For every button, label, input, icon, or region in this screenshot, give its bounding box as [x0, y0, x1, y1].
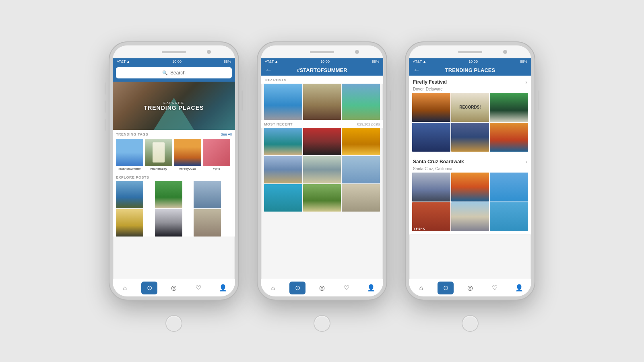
camera-icon-1: ◎: [171, 284, 177, 292]
boardwalk-photo-2[interactable]: [490, 173, 528, 202]
top-post-0[interactable]: [264, 84, 302, 120]
nav-search-2[interactable]: ⊙: [289, 282, 305, 294]
nav-heart-1[interactable]: ♡: [190, 282, 206, 294]
firefly-photo-3[interactable]: [412, 123, 450, 152]
boardwalk-photo-5[interactable]: [490, 202, 528, 231]
recent-4[interactable]: [303, 156, 341, 183]
heart-icon-2: ♡: [344, 284, 349, 292]
camera-2: [355, 50, 359, 54]
heart-icon-1: ♡: [196, 284, 201, 292]
nav-person-3[interactable]: 👤: [511, 282, 527, 294]
top-post-2[interactable]: [342, 84, 380, 120]
nav-search-1[interactable]: ⊙: [141, 282, 157, 294]
phones-container: AT&T ▲ 10:00 88% 🔍 Search: [109, 42, 535, 320]
tag-item-3[interactable]: #prid: [203, 139, 230, 171]
bottom-nav-3: ⌂ ⊙ ◎ ♡ 👤: [409, 279, 531, 296]
firefly-photo-5[interactable]: [490, 123, 528, 152]
firefly-photo-1[interactable]: RECORDS!: [451, 93, 489, 122]
search-bar-1[interactable]: 🔍 Search: [113, 65, 235, 82]
phone-1: AT&T ▲ 10:00 88% 🔍 Search: [109, 42, 238, 300]
home-icon-1: ⌂: [123, 284, 127, 292]
vol-up-3: [401, 82, 402, 95]
power-button-2: [390, 90, 391, 111]
camera-icon-3: ◎: [467, 284, 473, 292]
home-button-2[interactable]: [314, 315, 330, 332]
nav-person-2[interactable]: 👤: [363, 282, 379, 294]
nav-home-3[interactable]: ⌂: [413, 282, 429, 294]
heart-icon-3: ♡: [492, 284, 497, 292]
recent-2[interactable]: [342, 128, 380, 155]
boardwalk-photo-4[interactable]: [451, 202, 489, 231]
silent-3: [401, 119, 402, 131]
recent-8[interactable]: [342, 184, 380, 212]
search-icon-nav-1: ⊙: [147, 284, 152, 292]
place-name-0: Firefly Festival: [413, 79, 447, 85]
hero-title: TRENDING PLACES: [144, 105, 204, 111]
nav-home-2[interactable]: ⌂: [265, 282, 281, 294]
tag-item-2[interactable]: #firefly2015: [174, 139, 201, 171]
post-5[interactable]: [194, 209, 221, 237]
place-name-1: Santa Cruz Boardwalk: [413, 159, 464, 165]
recent-1[interactable]: [303, 128, 341, 155]
tag-item-0[interactable]: #startofsummer: [116, 139, 143, 171]
nav-heart-2[interactable]: ♡: [339, 282, 355, 294]
place-santacruz[interactable]: Santa Cruz Boardwalk › Santa Cruz, Calif…: [409, 155, 531, 235]
wifi-icon-1: ▲: [126, 60, 130, 64]
place-firefly[interactable]: Firefly Festival › Dover, Delaware RECOR…: [409, 76, 531, 155]
nav-search-3[interactable]: ⊙: [438, 282, 454, 294]
phone-1-content: EXPLORE TRENDING PLACES TRENDING TAGS Se…: [113, 82, 235, 279]
nav-camera-3[interactable]: ◎: [462, 282, 478, 294]
recent-6[interactable]: [264, 184, 302, 212]
see-all-link[interactable]: See All: [221, 132, 232, 136]
nav-heart-3[interactable]: ♡: [487, 282, 503, 294]
post-0[interactable]: [116, 181, 143, 208]
home-button-1[interactable]: [165, 315, 182, 332]
recent-7[interactable]: [303, 184, 341, 212]
boardwalk-photo-0[interactable]: [412, 173, 450, 202]
recent-0[interactable]: [264, 128, 302, 155]
person-icon-1: 👤: [219, 284, 227, 292]
boardwalk-photo-3[interactable]: Y FISH C: [412, 202, 450, 231]
home-button-3[interactable]: [462, 315, 479, 332]
nav-camera-1[interactable]: ◎: [166, 282, 182, 294]
recent-5[interactable]: [342, 156, 380, 183]
phone-3: AT&T ▲ 10:00 88% ← TRENDING PLACES Firef…: [406, 42, 535, 300]
vol-down-1: [105, 101, 106, 113]
top-posts-header: TOP POSTS: [261, 76, 383, 84]
nav-home-1[interactable]: ⌂: [117, 282, 133, 294]
battery-1: 88%: [224, 60, 231, 64]
tag-item-1[interactable]: #fathersday: [145, 139, 172, 171]
status-bar-3: AT&T ▲ 10:00 88%: [409, 58, 531, 65]
back-button-2[interactable]: ←: [265, 66, 272, 74]
nav-title-2: #STARTOFSUMMER: [297, 67, 347, 73]
firefly-photo-4[interactable]: [451, 123, 489, 152]
firefly-photo-2[interactable]: [490, 93, 528, 122]
post-2[interactable]: [194, 181, 221, 208]
boardwalk-photo-1[interactable]: [451, 173, 489, 202]
hero-explore-label: EXPLORE: [144, 101, 204, 105]
back-button-3[interactable]: ←: [413, 66, 420, 74]
recent-3[interactable]: [264, 156, 302, 183]
post-4[interactable]: [155, 209, 182, 237]
post-3[interactable]: [116, 209, 143, 237]
top-posts-grid: [261, 84, 383, 120]
search-icon-nav-2: ⊙: [295, 284, 300, 292]
top-post-1[interactable]: [303, 84, 341, 120]
post-1[interactable]: [155, 181, 182, 208]
tag-name-3: #prid: [213, 167, 220, 171]
vol-down-3: [401, 101, 402, 113]
tag-thumb-3: [203, 139, 230, 166]
recent-grid: [261, 128, 383, 212]
phone-2: AT&T ▲ 10:00 88% ← #STARTOFSUMMER TOP PO…: [258, 42, 386, 300]
nav-bar-2: ← #STARTOFSUMMER: [261, 65, 383, 76]
explore-posts-label: EXPLORE POSTS: [113, 173, 235, 181]
wifi-icon-2: ▲: [275, 60, 278, 64]
tag-thumb-0: [116, 139, 143, 166]
nav-camera-2[interactable]: ◎: [314, 282, 330, 294]
tag-name-1: #fathersday: [150, 167, 167, 171]
nav-person-1[interactable]: 👤: [215, 282, 231, 294]
status-bar-1: AT&T ▲ 10:00 88%: [113, 58, 235, 65]
firefly-photo-0[interactable]: [412, 93, 450, 122]
phone-3-content: Firefly Festival › Dover, Delaware RECOR…: [409, 76, 531, 279]
search-label-1: Search: [170, 70, 186, 76]
